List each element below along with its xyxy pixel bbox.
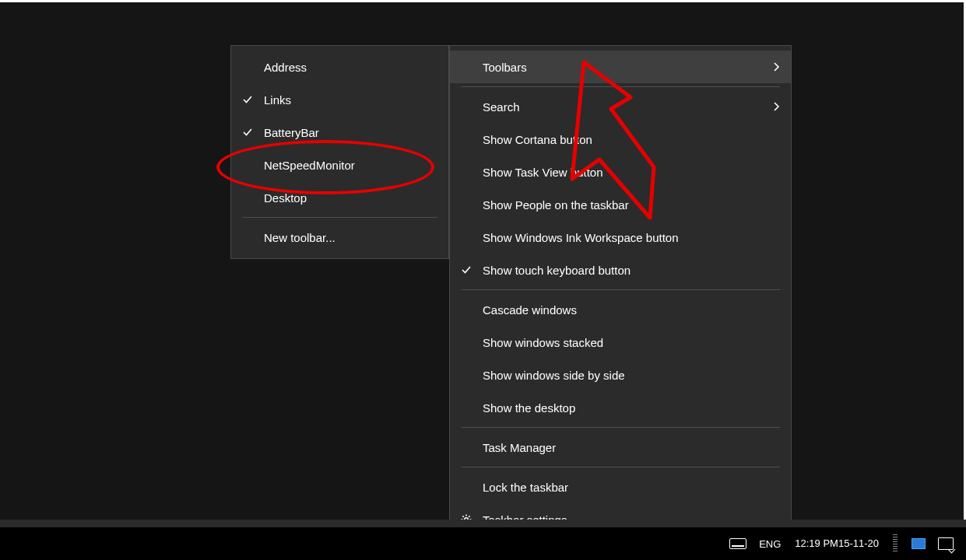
menu-item-label: Search: [483, 100, 758, 114]
taskbar-menu-item-task-manager[interactable]: Task Manager: [450, 431, 791, 464]
menu-item-label: Address: [264, 61, 437, 74]
menu-separator: [242, 217, 437, 218]
taskbar-menu-item-stacked[interactable]: Show windows stacked: [450, 326, 791, 359]
menu-separator: [461, 427, 780, 428]
taskbar-menu-item-side-by-side[interactable]: Show windows side by side: [450, 359, 791, 391]
toolbars-submenu-item-desktop[interactable]: Desktop: [231, 181, 448, 214]
toolbars-submenu-item-links[interactable]: Links: [231, 83, 448, 116]
taskbar[interactable]: ENG 12:19 PM 15-11-20: [0, 527, 966, 560]
taskbar-menu-item-show-ink[interactable]: Show Windows Ink Workspace button: [450, 221, 791, 254]
menu-item-label: Task Manager: [483, 441, 780, 454]
menu-item-label: Show touch keyboard button: [483, 264, 780, 277]
taskbar-context-menu[interactable]: Toolbars Search Show Cortana button Show…: [449, 45, 792, 541]
taskbar-menu-item-show-touch-keyboard[interactable]: Show touch keyboard button: [450, 254, 791, 286]
tray-time-label: 12:19 PM: [795, 538, 838, 550]
tray-show-desktop-icon[interactable]: [905, 527, 932, 560]
menu-item-label: Lock the taskbar: [483, 481, 780, 494]
menu-separator: [461, 86, 780, 87]
taskbar-menu-item-show-desktop[interactable]: Show the desktop: [450, 391, 791, 424]
menu-separator: [461, 289, 780, 290]
taskbar-menu-item-show-cortana[interactable]: Show Cortana button: [450, 123, 791, 156]
crop-border-top: [0, 0, 966, 2]
taskbar-menu-item-show-people[interactable]: Show People on the taskbar: [450, 188, 791, 221]
menu-item-label: Show windows side by side: [483, 369, 780, 382]
tray-language-label: ENG: [759, 538, 781, 550]
tray-language-indicator[interactable]: ENG: [753, 527, 787, 560]
menu-separator: [461, 467, 780, 467]
checkmark-icon: [450, 264, 483, 275]
checkmark-icon: [231, 94, 264, 105]
menu-item-label: Toolbars: [483, 61, 758, 74]
tray-keyboard-icon[interactable]: [723, 527, 753, 560]
menu-item-label: Show windows stacked: [483, 336, 780, 349]
tray-grip-icon[interactable]: [887, 527, 905, 560]
checkmark-icon: [231, 127, 264, 138]
menu-item-label: Show Task View button: [483, 166, 780, 179]
taskbar-menu-item-toolbars[interactable]: Toolbars: [450, 51, 791, 83]
menu-item-label: BatteryBar: [264, 126, 437, 139]
toolbars-submenu-item-address[interactable]: Address: [231, 51, 448, 83]
menu-item-label: NetSpeedMonitor: [264, 159, 437, 172]
taskbar-menu-item-lock-taskbar[interactable]: Lock the taskbar: [450, 471, 791, 503]
tray-clock[interactable]: 12:19 PM 15-11-20: [787, 527, 887, 560]
toolbars-submenu-item-new-toolbar[interactable]: New toolbar...: [231, 221, 448, 254]
menu-item-label: Show People on the taskbar: [483, 198, 780, 212]
toolbars-submenu[interactable]: Address Links BatteryBar NetSpeedMonitor…: [230, 45, 449, 259]
taskbar-menu-item-search[interactable]: Search: [450, 90, 791, 123]
tray-action-center-icon[interactable]: [932, 527, 960, 560]
menu-item-label: New toolbar...: [264, 231, 437, 244]
chevron-right-icon: [758, 101, 780, 112]
menu-item-label: Show the desktop: [483, 401, 780, 415]
toolbars-submenu-item-netspeedmonitor[interactable]: NetSpeedMonitor: [231, 149, 448, 181]
menu-item-label: Cascade windows: [483, 303, 780, 317]
menu-item-label: Show Windows Ink Workspace button: [483, 231, 780, 244]
tray-date-label: 15-11-20: [838, 538, 879, 550]
taskbar-menu-item-show-taskview[interactable]: Show Task View button: [450, 156, 791, 188]
menu-item-label: Desktop: [264, 191, 437, 205]
chevron-right-icon: [758, 61, 780, 72]
taskbar-menu-item-cascade[interactable]: Cascade windows: [450, 293, 791, 326]
menu-item-label: Links: [264, 93, 437, 107]
toolbars-submenu-item-batterybar[interactable]: BatteryBar: [231, 116, 448, 149]
taskbar-upper-band: [0, 520, 966, 527]
menu-item-label: Show Cortana button: [483, 133, 780, 146]
